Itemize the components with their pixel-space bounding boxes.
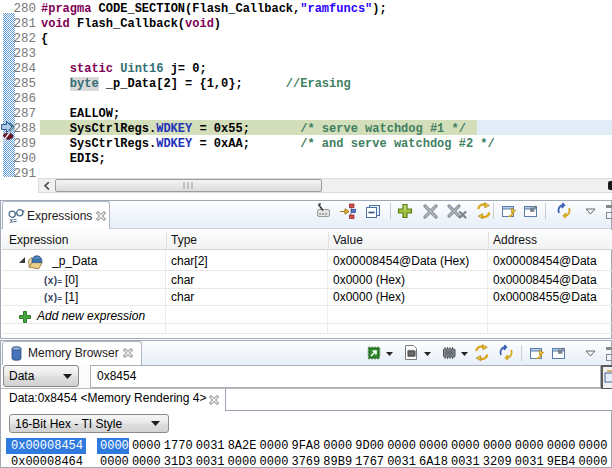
svg-text:(x): (x) (44, 292, 57, 303)
svg-text:(x): (x) (44, 275, 57, 286)
svg-text:=: = (57, 277, 62, 286)
svg-text:=: = (57, 294, 62, 303)
svg-text:x=: x= (10, 217, 18, 224)
